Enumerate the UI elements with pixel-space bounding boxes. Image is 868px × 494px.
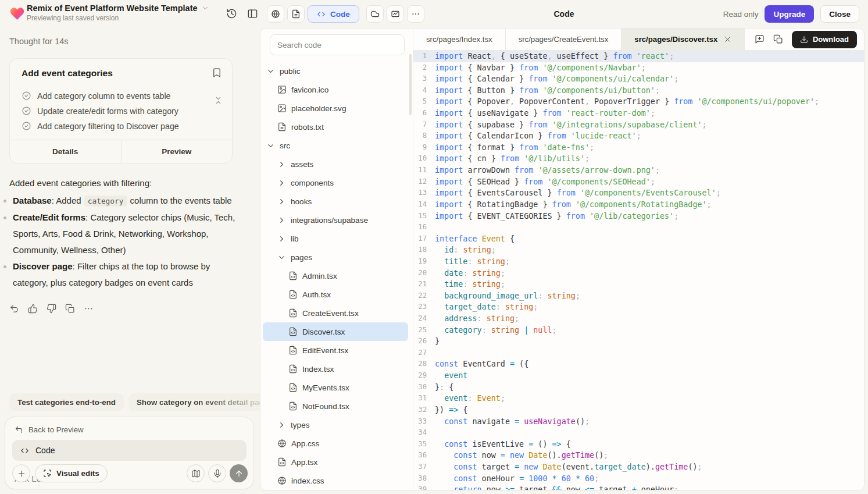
code-file-icon xyxy=(288,290,298,299)
line-number: 21 xyxy=(413,279,434,290)
cloud-button[interactable] xyxy=(366,5,384,23)
tree-item-lib[interactable]: lib xyxy=(263,229,408,248)
suggestion-chips: Test categories end-to-endShow category … xyxy=(9,393,260,411)
tree-item-discover-tsx[interactable]: Discover.tsx xyxy=(263,322,408,341)
tree-item-createevent-tsx[interactable]: CreateEvent.tsx xyxy=(263,304,408,322)
line-number: 19 xyxy=(413,256,434,268)
tab-discover.tsx[interactable]: src/pages/Discover.tsx xyxy=(621,29,745,50)
tree-item-assets[interactable]: assets xyxy=(263,155,408,173)
composer-mode-label: Code xyxy=(35,446,55,455)
tab-index.tsx[interactable]: src/pages/Index.tsx xyxy=(413,29,506,50)
tree-item-robots-txt[interactable]: robots.txt xyxy=(263,118,408,136)
more-options-button[interactable] xyxy=(407,5,424,23)
copy-icon[interactable] xyxy=(65,304,75,314)
undo-icon[interactable] xyxy=(9,304,19,314)
suggestion-chip[interactable]: Show category on event detail page xyxy=(128,393,260,411)
line-number: 15 xyxy=(413,211,434,222)
tree-item-admin-tsx[interactable]: Admin.tsx xyxy=(263,266,408,285)
visual-edit-pointer-icon xyxy=(43,469,52,478)
tree-item-notfound-tsx[interactable]: NotFound.tsx xyxy=(263,397,408,415)
tree-item-label: components xyxy=(291,179,334,187)
tree-item-myevents-tsx[interactable]: MyEvents.tsx xyxy=(263,378,408,397)
code-line: 27 xyxy=(413,347,864,359)
tree-item-app-tsx[interactable]: App.tsx xyxy=(263,453,408,471)
close-button[interactable]: Close xyxy=(820,5,859,23)
analytics-button[interactable] xyxy=(387,5,404,23)
line-number: 5 xyxy=(413,96,434,108)
comment-add-icon[interactable] xyxy=(755,34,765,44)
composer-mode-code[interactable]: Code xyxy=(12,440,247,461)
line-number: 9 xyxy=(413,142,434,154)
tree-item-hooks[interactable]: hooks xyxy=(263,192,408,211)
copy-icon[interactable] xyxy=(773,34,783,44)
tree-item-public[interactable]: public xyxy=(263,62,408,80)
image-file-icon xyxy=(277,85,287,94)
summary-bullet: Discover page: Filter chips at the top t… xyxy=(0,258,240,291)
line-number: 25 xyxy=(413,325,434,336)
lovable-logo-icon[interactable] xyxy=(9,6,25,22)
ellipsis-icon xyxy=(411,9,420,19)
upgrade-button[interactable]: Upgrade xyxy=(765,5,814,23)
tree-item-types[interactable]: types xyxy=(263,415,408,434)
tree-item-label: index.css xyxy=(291,477,324,485)
history-icon[interactable] xyxy=(226,8,237,19)
map-icon xyxy=(191,469,201,478)
knowledge-button[interactable] xyxy=(187,464,205,482)
code-content[interactable]: 1import React, { useState, useEffect } f… xyxy=(413,51,864,490)
summary-bullet: Create/Edit forms: Category selector chi… xyxy=(0,209,240,258)
visual-edits-button[interactable]: Visual edits xyxy=(35,464,108,482)
code-line: 37 const target = new Date(event.target_… xyxy=(413,461,864,473)
tree-item-components[interactable]: components xyxy=(263,173,408,192)
code-line: 4import { Button } from '@/components/ui… xyxy=(413,85,864,97)
tree-item-label: App.css xyxy=(291,439,319,448)
code-file-icon xyxy=(288,383,298,392)
panel-left-icon[interactable] xyxy=(247,8,258,19)
line-number: 2 xyxy=(413,62,434,74)
code-line: 21 time: string; xyxy=(413,279,864,290)
collapse-icon[interactable] xyxy=(214,96,223,105)
code-line: 28const EventCard = ({ xyxy=(413,358,864,370)
preview-button[interactable]: Preview xyxy=(122,140,233,163)
suggestion-chip[interactable]: Test categories end-to-end xyxy=(9,393,124,411)
tree-item-label: placeholder.svg xyxy=(291,104,346,113)
download-button[interactable]: Download xyxy=(792,31,857,48)
thumbs-down-icon[interactable] xyxy=(47,304,56,314)
tree-item-pages[interactable]: pages xyxy=(263,248,408,266)
code-file-icon xyxy=(288,327,298,336)
tree-scrollbar[interactable] xyxy=(409,54,412,115)
bookmark-icon[interactable] xyxy=(212,67,222,78)
tree-item-favicon-ico[interactable]: favicon.ico xyxy=(263,80,408,99)
attach-button[interactable] xyxy=(12,464,30,482)
tree-item-src[interactable]: src xyxy=(263,136,408,155)
more-icon[interactable] xyxy=(84,304,94,314)
tree-item-integrations-supabase[interactable]: integrations/supabase xyxy=(263,211,408,229)
tree-item-placeholder-svg[interactable]: placeholder.svg xyxy=(263,99,408,118)
css-file-icon xyxy=(277,439,287,448)
search-input[interactable] xyxy=(270,34,405,55)
code-line: 39 return now >= target && now <= target… xyxy=(413,484,864,490)
web-preview-button[interactable] xyxy=(267,5,284,23)
close-tab-icon[interactable] xyxy=(724,35,731,43)
tree-item-index-css[interactable]: index.css xyxy=(263,471,408,490)
composer[interactable]: Back to Preview Code Ask Lovable... Visu… xyxy=(5,417,254,489)
code-editor: src/pages/Index.tsxsrc/pages/CreateEvent… xyxy=(413,29,864,490)
code-line: 14import { RotatingBadge } from '@/compo… xyxy=(413,199,864,211)
tree-item-auth-tsx[interactable]: Auth.tsx xyxy=(263,285,408,304)
tree-item-label: pages xyxy=(291,253,312,262)
details-button[interactable]: Details xyxy=(10,140,122,163)
code-view-button[interactable]: Code xyxy=(308,5,359,23)
page-button[interactable] xyxy=(287,5,305,23)
thumbs-up-icon[interactable] xyxy=(28,304,38,314)
microphone-button[interactable] xyxy=(208,464,226,482)
tab-createevent.tsx[interactable]: src/pages/CreateEvent.tsx xyxy=(506,29,622,50)
tree-item-index-tsx[interactable]: Index.tsx xyxy=(263,360,408,378)
tree-item-app-css[interactable]: App.css xyxy=(263,434,408,453)
message-actions xyxy=(9,304,251,314)
tree-item-editevent-tsx[interactable]: EditEvent.tsx xyxy=(263,341,408,360)
back-to-preview[interactable]: Back to Preview xyxy=(15,425,253,434)
code-line: 31 event: Event; xyxy=(413,393,864,404)
send-button[interactable] xyxy=(230,464,248,482)
line-number: 1 xyxy=(413,51,434,62)
line-number: 30 xyxy=(413,382,434,393)
project-menu[interactable]: Remix of Event Platform Website Template… xyxy=(27,3,209,22)
